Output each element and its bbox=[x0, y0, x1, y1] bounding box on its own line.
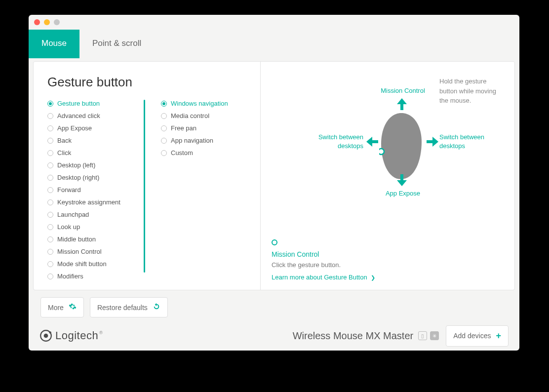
radio-label: Media control bbox=[171, 112, 209, 119]
learn-more-label: Learn more about Gesture Button bbox=[272, 274, 367, 281]
radio-icon bbox=[161, 150, 167, 156]
brand-logo: Logitech bbox=[39, 329, 102, 342]
tab-point-scroll[interactable]: Point & scroll bbox=[79, 30, 154, 58]
arrow-up-icon bbox=[397, 98, 407, 110]
svg-point-0 bbox=[379, 149, 384, 155]
radio-icon bbox=[47, 125, 53, 131]
radio-option[interactable]: Forward bbox=[47, 186, 143, 194]
radio-option[interactable]: Gesture button bbox=[47, 100, 143, 107]
logitech-eye-icon bbox=[39, 329, 52, 342]
radio-option[interactable]: Media control bbox=[161, 112, 228, 119]
gesture-right-label: Switch between desktops bbox=[439, 133, 494, 150]
radio-label: Keystroke assignment bbox=[57, 198, 120, 206]
svg-point-3 bbox=[49, 331, 51, 333]
radio-icon bbox=[161, 138, 167, 144]
radio-label: Middle button bbox=[57, 235, 96, 243]
app-window: Mouse Point & scroll Gesture button Gest… bbox=[29, 15, 519, 351]
radio-icon bbox=[47, 187, 53, 193]
radio-label: Mode shift button bbox=[57, 260, 107, 268]
close-icon[interactable] bbox=[34, 19, 40, 25]
radio-option[interactable]: Advanced click bbox=[47, 112, 143, 119]
radio-label: Desktop (left) bbox=[57, 161, 95, 169]
gesture-down-label: App Expose bbox=[378, 189, 428, 198]
radio-icon bbox=[161, 101, 167, 107]
gesture-left-label: Switch between desktops bbox=[309, 133, 363, 150]
radio-icon bbox=[47, 101, 53, 107]
radio-label: Look up bbox=[57, 223, 80, 231]
radio-option[interactable]: Mode shift button bbox=[47, 260, 143, 268]
gesture-up-label: Mission Control bbox=[373, 86, 432, 95]
radio-label: Gesture button bbox=[57, 100, 100, 107]
info-title: Mission Control bbox=[272, 250, 375, 258]
receiver-icon: ✳ bbox=[430, 331, 439, 340]
radio-option[interactable]: Modifiers bbox=[47, 273, 143, 280]
brand-name: Logitech bbox=[55, 329, 102, 342]
radio-icon bbox=[47, 224, 53, 230]
radio-option[interactable]: Custom bbox=[161, 149, 228, 157]
radio-icon bbox=[47, 274, 53, 279]
radio-icon bbox=[47, 138, 53, 144]
radio-option[interactable]: Back bbox=[47, 137, 143, 144]
radio-icon bbox=[161, 125, 167, 131]
arrow-right-icon bbox=[427, 137, 438, 147]
radio-icon bbox=[47, 261, 53, 267]
more-button[interactable]: More bbox=[40, 297, 84, 317]
restore-defaults-button[interactable]: Restore defaults bbox=[90, 297, 168, 317]
radio-option[interactable]: Desktop (right) bbox=[47, 174, 143, 181]
settings-left-panel: Gesture button Gesture buttonAdvanced cl… bbox=[34, 62, 261, 290]
radio-option[interactable]: Look up bbox=[47, 223, 143, 231]
battery-icon: ▯ bbox=[418, 331, 427, 340]
maximize-icon[interactable] bbox=[54, 19, 60, 25]
radio-label: Modifiers bbox=[57, 273, 83, 280]
radio-icon bbox=[47, 249, 53, 255]
learn-more-link[interactable]: Learn more about Gesture Button ❯ bbox=[272, 274, 375, 281]
restore-icon bbox=[153, 303, 160, 312]
footer: Logitech Wireless Mouse MX Master ▯ ✳ Ad… bbox=[29, 321, 519, 351]
radio-label: Free pan bbox=[171, 124, 196, 132]
more-label: More bbox=[48, 304, 64, 312]
radio-option[interactable]: Middle button bbox=[47, 235, 143, 243]
radio-icon bbox=[47, 162, 53, 168]
plus-icon: + bbox=[496, 331, 501, 341]
primary-action-list: Gesture buttonAdvanced clickApp ExposeBa… bbox=[47, 100, 149, 280]
radio-option[interactable]: App Expose bbox=[47, 124, 143, 132]
radio-option[interactable]: Desktop (left) bbox=[47, 161, 143, 169]
action-row: More Restore defaults bbox=[40, 297, 168, 317]
radio-option[interactable]: Mission Control bbox=[47, 248, 143, 255]
radio-label: App navigation bbox=[171, 137, 213, 144]
mouse-icon bbox=[379, 112, 424, 181]
radio-label: Back bbox=[57, 137, 72, 144]
radio-option[interactable]: App navigation bbox=[161, 137, 228, 144]
radio-icon bbox=[47, 113, 53, 119]
radio-option[interactable]: Click bbox=[47, 149, 143, 157]
radio-option[interactable]: Windows navigation bbox=[161, 100, 228, 107]
device-name: Wireless Mouse MX Master bbox=[293, 330, 414, 342]
secondary-action-list: Windows navigationMedia controlFree panA… bbox=[149, 100, 228, 285]
radio-label: Windows navigation bbox=[171, 100, 228, 107]
svg-point-2 bbox=[44, 334, 48, 338]
settings-card: Gesture button Gesture buttonAdvanced cl… bbox=[33, 61, 515, 290]
radio-icon bbox=[161, 113, 167, 119]
radio-label: Click bbox=[57, 149, 71, 157]
radio-option[interactable]: Free pan bbox=[161, 124, 228, 132]
restore-label: Restore defaults bbox=[97, 304, 148, 312]
radio-icon bbox=[47, 175, 53, 181]
window-traffic-lights bbox=[34, 19, 60, 25]
radio-icon bbox=[47, 150, 53, 156]
radio-label: Mission Control bbox=[57, 248, 102, 255]
info-indicator-icon bbox=[272, 239, 277, 245]
radio-label: Custom bbox=[171, 149, 193, 157]
add-devices-button[interactable]: Add devices + bbox=[446, 325, 509, 347]
radio-option[interactable]: Keystroke assignment bbox=[47, 198, 143, 206]
radio-label: Advanced click bbox=[57, 112, 100, 119]
top-tabs: Mouse Point & scroll bbox=[29, 15, 519, 58]
radio-label: Launchpad bbox=[57, 211, 89, 218]
gesture-diagram: Mission Control Switch between desktops … bbox=[280, 81, 498, 235]
gear-icon bbox=[69, 303, 77, 312]
radio-label: App Expose bbox=[57, 124, 92, 132]
tab-mouse[interactable]: Mouse bbox=[29, 30, 79, 58]
radio-option[interactable]: Launchpad bbox=[47, 211, 143, 218]
minimize-icon[interactable] bbox=[44, 19, 50, 25]
info-block: Mission Control Click the gesture button… bbox=[272, 239, 375, 281]
radio-label: Forward bbox=[57, 186, 81, 194]
